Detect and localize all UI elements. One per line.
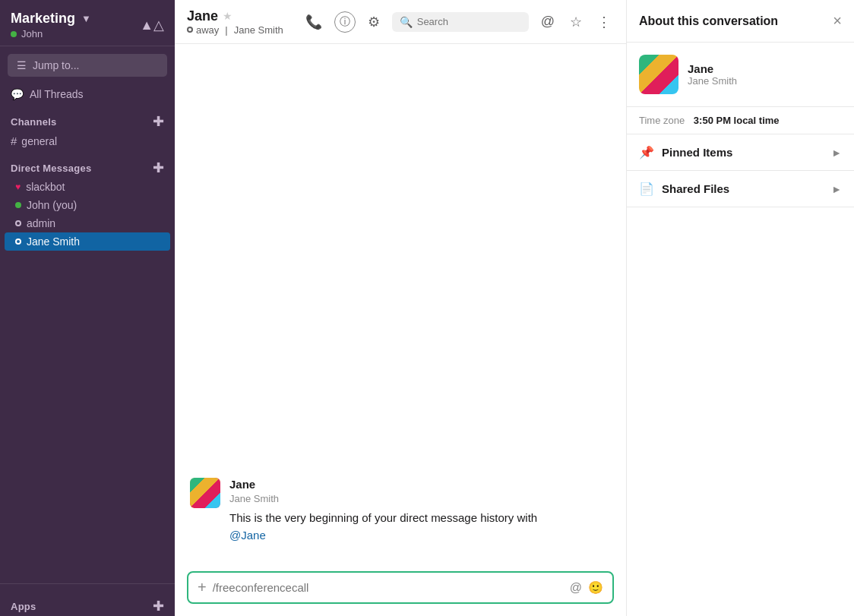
timezone-label: Time zone: [639, 115, 685, 126]
main-chat-area: Jane ★ away | Jane Smith 📞 ⓘ ⚙ 🔍 @ ☆ ⋮: [175, 0, 626, 616]
slack-avatar-graphic: [190, 478, 220, 508]
dm-item-slackbot[interactable]: ♥ slackbot: [5, 178, 170, 196]
all-threads-label: All Threads: [30, 88, 84, 100]
info-button[interactable]: ⓘ: [334, 11, 356, 33]
apps-section: Apps ✚: [0, 583, 175, 616]
message-header: Jane Jane Smith: [229, 478, 611, 505]
files-chevron-icon: ►: [831, 183, 842, 195]
dm-name-admin: admin: [27, 217, 55, 229]
star-icon[interactable]: ★: [223, 10, 232, 22]
threads-icon: 💬: [11, 88, 24, 100]
user-status-dot: [11, 31, 17, 37]
sidebar-header: Marketing ▼ John ▲△: [0, 0, 175, 46]
apps-label: Apps: [11, 601, 36, 612]
jump-to-button[interactable]: ☰ Jump to...: [8, 54, 167, 77]
chat-header: Jane ★ away | Jane Smith 📞 ⓘ ⚙ 🔍 @ ☆ ⋮: [175, 0, 626, 44]
panel-avatar: [639, 55, 678, 94]
workspace-chevron-icon[interactable]: ▼: [81, 13, 91, 24]
search-input[interactable]: [417, 16, 516, 27]
close-panel-button[interactable]: ×: [833, 12, 842, 30]
timezone-value: 3:50 PM local time: [694, 115, 780, 126]
channels-section-header: Channels ✚: [0, 104, 175, 131]
message-content: Jane Jane Smith This is the very beginni…: [229, 478, 611, 544]
composer-mention-button[interactable]: @: [570, 581, 582, 595]
composer-emoji-button[interactable]: 🙂: [588, 580, 603, 595]
composer-box: + @ 🙂: [187, 571, 614, 604]
status-dot-jane: [15, 239, 21, 245]
dm-item-admin[interactable]: admin: [5, 214, 170, 232]
pin-icon: 📌: [639, 145, 654, 160]
right-panel: About this conversation × Jane Jane Smit…: [626, 0, 854, 616]
sidebar: Marketing ▼ John ▲△ ☰ Jump to... 💬 All T…: [0, 0, 175, 616]
dm-name-slackbot: slackbot: [26, 181, 65, 193]
panel-section-pinned-left: 📌 Pinned Items: [639, 145, 732, 160]
right-panel-header: About this conversation ×: [627, 0, 854, 43]
call-button[interactable]: 📞: [302, 11, 325, 33]
apps-header: Apps ✚: [0, 589, 175, 616]
add-channel-button[interactable]: ✚: [153, 115, 164, 128]
bell-icon[interactable]: ▲△: [140, 17, 164, 33]
dm-label: Direct Messages: [11, 163, 92, 174]
user-status-row: John: [11, 28, 91, 39]
panel-user-info: Jane Jane Smith: [688, 62, 737, 87]
add-dm-button[interactable]: ✚: [153, 161, 164, 175]
message-text-before: This is the very beginning of your direc…: [229, 511, 537, 524]
messages-area: Jane Jane Smith This is the very beginni…: [175, 44, 626, 562]
message-body: This is the very beginning of your direc…: [229, 510, 611, 544]
sender-avatar: [190, 478, 220, 508]
chat-subtitle: Jane Smith: [234, 24, 283, 36]
panel-user-real-name: Jane Smith: [688, 75, 737, 87]
add-app-button[interactable]: ✚: [153, 599, 164, 613]
message-block: Jane Jane Smith This is the very beginni…: [190, 478, 611, 544]
panel-section-pinned[interactable]: 📌 Pinned Items ►: [627, 134, 854, 171]
shared-files-label: Shared Files: [662, 182, 729, 195]
dm-name-jane: Jane Smith: [27, 235, 80, 248]
settings-button[interactable]: ⚙: [365, 11, 383, 33]
workspace-name: Marketing: [11, 11, 75, 27]
chat-title-area: Jane ★ away | Jane Smith: [187, 8, 302, 36]
composer-input[interactable]: [213, 581, 564, 594]
chat-title-top: Jane ★: [187, 8, 302, 24]
panel-section-files-left: 📄 Shared Files: [639, 182, 729, 196]
dm-item-jane[interactable]: Jane Smith: [5, 232, 170, 251]
file-icon: 📄: [639, 182, 654, 196]
bookmark-button[interactable]: ☆: [567, 11, 585, 33]
pinned-chevron-icon: ►: [831, 147, 842, 159]
right-panel-title: About this conversation: [639, 14, 778, 28]
heart-icon: ♥: [15, 182, 21, 192]
sidebar-item-general[interactable]: # general: [0, 131, 175, 150]
jump-to-label: Jump to...: [33, 59, 79, 71]
search-box-header: 🔍: [392, 12, 529, 32]
dm-section-header: Direct Messages ✚: [0, 150, 175, 178]
chat-name: Jane: [187, 8, 218, 24]
message-sender: Jane: [229, 478, 255, 491]
status-dot-away: [15, 220, 21, 226]
channel-name: general: [21, 135, 57, 147]
more-button[interactable]: ⋮: [594, 11, 614, 33]
panel-user-display-name: Jane: [688, 62, 737, 75]
panel-avatar-graphic: [639, 55, 678, 94]
search-icon: 🔍: [400, 16, 413, 28]
dm-name-john: John (you): [27, 199, 77, 211]
sidebar-username: John: [21, 28, 43, 39]
channels-label: Channels: [11, 116, 57, 128]
message-real-name: Jane Smith: [229, 493, 279, 504]
dm-item-john[interactable]: John (you): [5, 196, 170, 214]
right-panel-user-section: Jane Jane Smith: [627, 43, 854, 107]
jump-to-icon: ☰: [17, 59, 27, 71]
pinned-items-label: Pinned Items: [662, 146, 732, 159]
composer-add-button[interactable]: +: [198, 579, 207, 596]
panel-section-shared-files[interactable]: 📄 Shared Files ►: [627, 171, 854, 207]
separator: |: [225, 24, 227, 36]
composer-area: + @ 🙂: [175, 562, 626, 616]
mention-link[interactable]: @Jane: [229, 529, 266, 542]
all-threads-item[interactable]: 💬 All Threads: [0, 84, 175, 104]
away-status-dot: [187, 27, 193, 33]
status-dot-green: [15, 202, 21, 208]
hash-icon: #: [11, 134, 17, 147]
away-label: away: [196, 24, 219, 36]
workspace-name-area: Marketing ▼ John: [11, 11, 91, 39]
chat-status-row: away | Jane Smith: [187, 24, 302, 36]
panel-timezone: Time zone 3:50 PM local time: [627, 107, 854, 134]
mention-button[interactable]: @: [538, 11, 558, 33]
